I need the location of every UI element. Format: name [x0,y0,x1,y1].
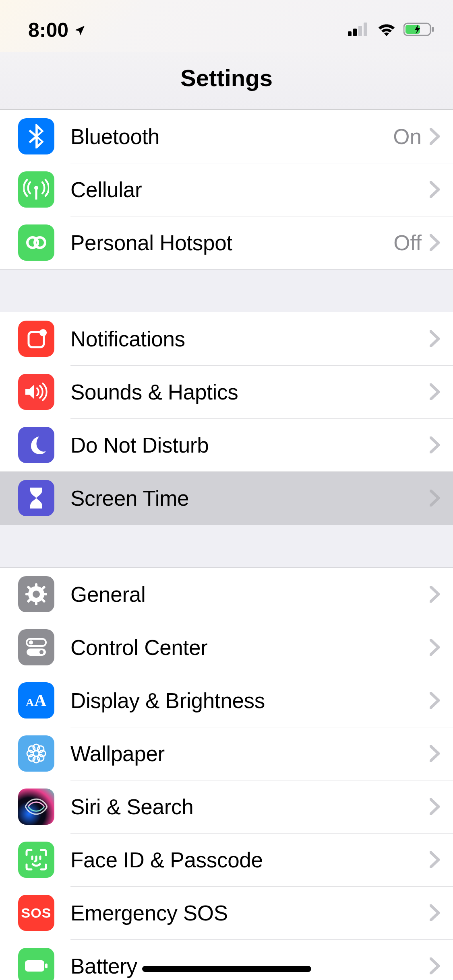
chevron-right-icon [430,639,440,656]
chevron-right-icon [430,383,440,400]
row-general[interactable]: General [0,568,453,621]
siri-icon [18,789,54,825]
svg-rect-16 [35,601,37,605]
svg-text:A: A [34,692,47,709]
svg-text:A: A [26,696,34,708]
flower-icon [18,735,54,772]
row-label: Face ID & Passcode [70,848,430,872]
row-detail: Off [393,231,422,255]
svg-rect-18 [43,593,47,595]
row-label: Emergency SOS [70,901,430,925]
chevron-right-icon [430,851,440,868]
chevron-right-icon [430,128,440,145]
svg-point-12 [39,329,47,336]
hotspot-icon [18,224,54,261]
group-spacer [0,525,453,567]
chevron-right-icon [430,490,440,506]
chevron-right-icon [430,436,440,453]
svg-rect-15 [35,583,37,587]
cellular-icon [18,171,54,208]
row-label: Bluetooth [70,124,393,149]
row-label: Notifications [70,327,430,351]
notifications-icon [18,321,54,357]
wifi-icon [377,23,396,38]
svg-point-14 [33,591,40,598]
svg-point-24 [29,640,33,644]
svg-rect-41 [45,964,48,968]
chevron-right-icon [430,181,440,198]
group-spacer [0,270,453,312]
row-faceid[interactable]: Face ID & Passcode [0,833,453,886]
chevron-right-icon [430,798,440,815]
row-label: Personal Hotspot [70,231,393,255]
location-icon [73,19,86,42]
hourglass-icon [18,480,54,516]
gear-icon [18,576,54,612]
row-label: Control Center [70,635,430,660]
row-controlcenter[interactable]: Control Center [0,621,453,674]
row-sounds[interactable]: Sounds & Haptics [0,365,453,418]
chevron-right-icon [430,234,440,251]
chevron-right-icon [430,745,440,762]
moon-icon [18,427,54,463]
bluetooth-icon [18,118,54,154]
home-indicator[interactable] [142,966,311,972]
row-display[interactable]: A A Display & Brightness [0,674,453,727]
cell-signal-icon [348,23,370,38]
row-label: Do Not Disturb [70,433,430,457]
row-label: Screen Time [70,486,430,511]
faceid-icon [18,842,54,878]
row-cellular[interactable]: Cellular [0,163,453,216]
toggles-icon [18,629,54,665]
battery-icon [18,948,54,980]
svg-rect-8 [35,189,37,200]
status-left: 8:00 [28,19,86,42]
settings-group-alerts: Notifications Sounds & Haptics Do Not Di… [0,312,453,525]
row-wallpaper[interactable]: Wallpaper [0,727,453,780]
settings-group-system: General Control Center A A Display & Bri… [0,567,453,980]
row-label: Sounds & Haptics [70,380,430,404]
row-detail: On [393,124,422,149]
row-hotspot[interactable]: Personal Hotspot Off [0,216,453,269]
chevron-right-icon [430,692,440,709]
svg-rect-40 [25,960,44,972]
row-bluetooth[interactable]: Bluetooth On [0,110,453,163]
row-label: Display & Brightness [70,688,430,713]
status-right [348,22,435,38]
sounds-icon [18,374,54,410]
row-siri[interactable]: Siri & Search [0,780,453,833]
svg-rect-1 [353,29,357,36]
settings-group-connectivity: Bluetooth On Cellular [0,110,453,270]
svg-rect-0 [348,31,352,36]
row-sos[interactable]: SOS Emergency SOS [0,886,453,939]
row-battery[interactable]: Battery [0,939,453,980]
svg-rect-17 [25,593,29,595]
row-label: Cellular [70,177,430,202]
row-label: Siri & Search [70,795,430,819]
row-label: General [70,582,430,607]
svg-rect-6 [432,27,434,32]
row-notifications[interactable]: Notifications [0,312,453,365]
page-title: Settings [0,64,453,91]
chevron-right-icon [430,586,440,603]
row-dnd[interactable]: Do Not Disturb [0,418,453,471]
chevron-right-icon [430,330,440,347]
svg-point-26 [39,650,43,654]
status-time: 8:00 [28,19,68,42]
chevron-right-icon [430,904,440,921]
row-label: Wallpaper [70,741,430,766]
page-header: Settings [0,52,453,110]
status-bar: 8:00 [0,0,453,52]
sos-icon: SOS [18,895,54,931]
svg-point-10 [35,237,45,248]
svg-rect-2 [358,26,362,36]
row-screentime[interactable]: Screen Time [0,471,453,525]
battery-charging-icon [403,22,435,38]
chevron-right-icon [430,957,440,974]
svg-rect-3 [364,23,367,36]
text-size-icon: A A [18,682,54,719]
